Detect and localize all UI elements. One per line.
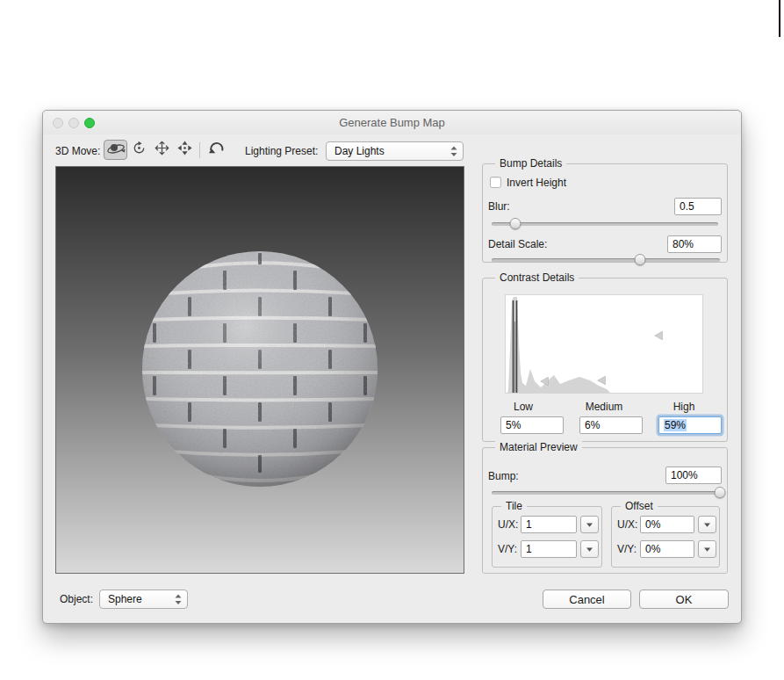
offset-ux-label: U/X:	[617, 518, 637, 531]
cancel-button[interactable]: Cancel	[543, 590, 631, 609]
detail-scale-slider-thumb[interactable]	[635, 254, 646, 265]
toolbar-divider	[199, 142, 200, 158]
detail-scale-slider-track	[492, 258, 720, 262]
detail-scale-value: 80%	[673, 238, 694, 250]
offset-group: Offset U/X: 0% V/Y: 0%	[611, 506, 720, 568]
invert-height-checkbox[interactable]	[490, 177, 501, 188]
histogram-marker-high[interactable]	[654, 331, 662, 340]
updown-arrows-icon	[450, 146, 457, 160]
bump-label: Bump:	[488, 470, 519, 482]
blur-slider-thumb[interactable]	[510, 218, 521, 229]
histogram-marker-low[interactable]	[540, 377, 548, 386]
invert-height-label: Invert Height	[507, 177, 566, 189]
bump-slider-track	[492, 491, 722, 495]
dialog-title: Generate Bump Map	[43, 116, 741, 129]
blur-value: 0.5	[680, 200, 694, 213]
offset-vy-field[interactable]: 0%	[640, 540, 694, 558]
tile-ux-field[interactable]: 1	[521, 516, 577, 533]
pan-tool-button[interactable]	[150, 140, 174, 160]
tile-ux-value: 1	[526, 518, 532, 531]
tile-vy-label: V/Y:	[498, 543, 517, 555]
bump-slider[interactable]	[492, 487, 722, 498]
tile-ux-preset-button[interactable]	[580, 516, 599, 533]
bump-details-legend: Bump Details	[495, 157, 566, 170]
generate-bump-map-dialog: Generate Bump Map 3D Move:	[42, 110, 742, 624]
slide-tool-button[interactable]	[173, 140, 197, 160]
move-mode-label: 3D Move:	[55, 145, 100, 157]
tile-vy-field[interactable]: 1	[521, 540, 577, 558]
offset-ux-preset-button[interactable]	[698, 516, 716, 533]
offset-vy-preset-button[interactable]	[698, 540, 716, 558]
high-label: High	[673, 401, 695, 413]
bump-slider-thumb[interactable]	[715, 487, 726, 498]
tile-group: Tile U/X: 1 V/Y: 1	[492, 506, 602, 568]
roll-tool-button[interactable]	[127, 140, 151, 160]
detail-scale-field[interactable]: 80%	[667, 235, 722, 253]
bump-value: 100%	[671, 469, 698, 481]
lighting-preset-label: Lighting Preset:	[245, 145, 318, 157]
offset-ux-value: 0%	[645, 518, 660, 531]
blur-field[interactable]: 0.5	[674, 198, 722, 215]
tile-vy-value: 1	[526, 543, 532, 555]
ok-button[interactable]: OK	[639, 590, 729, 609]
high-field[interactable]: 59%	[658, 416, 722, 434]
bump-field[interactable]: 100%	[665, 467, 722, 484]
slide-icon	[176, 140, 193, 160]
tile-legend: Tile	[501, 500, 527, 512]
updown-arrows-icon	[175, 594, 182, 608]
dropdown-arrow-icon	[704, 547, 710, 552]
dropdown-arrow-icon	[586, 523, 593, 527]
low-value: 5%	[506, 419, 521, 431]
preview-canvas[interactable]	[55, 166, 464, 574]
medium-label: Medium	[586, 401, 623, 413]
bump-sphere-preview	[56, 167, 464, 573]
detail-scale-slider[interactable]	[492, 254, 720, 265]
screen-edge-artifact	[779, 0, 780, 37]
object-dropdown[interactable]: Sphere	[99, 590, 188, 609]
blur-label: Blur:	[488, 200, 510, 213]
material-preview-group: Material Preview Bump: 100% Tile U/X: 1 …	[482, 447, 728, 574]
title-bar[interactable]: Generate Bump Map	[43, 111, 741, 134]
lighting-preset-value: Day Lights	[334, 145, 385, 157]
blur-slider-track	[492, 222, 718, 226]
screen: Generate Bump Map 3D Move:	[0, 0, 784, 680]
tile-ux-label: U/X:	[498, 518, 518, 531]
offset-legend: Offset	[621, 500, 658, 512]
reset-view-icon	[208, 140, 227, 160]
blur-slider[interactable]	[492, 218, 718, 229]
pan-icon	[154, 140, 170, 160]
contrast-details-group: Contrast Details Low Medium High 5% 6%	[482, 278, 728, 442]
bump-details-group: Bump Details Invert Height Blur: 0.5 Det…	[482, 163, 728, 263]
orbit-icon	[106, 141, 126, 160]
detail-scale-label: Detail Scale:	[488, 238, 547, 250]
reset-view-button[interactable]	[205, 140, 229, 160]
contrast-histogram[interactable]	[505, 294, 703, 394]
high-value: 59%	[664, 419, 687, 431]
offset-vy-label: V/Y:	[617, 543, 637, 555]
dropdown-arrow-icon	[704, 523, 710, 527]
object-label: Object:	[60, 593, 93, 605]
medium-value: 6%	[585, 419, 600, 431]
lighting-preset-dropdown[interactable]: Day Lights	[326, 141, 464, 161]
material-preview-legend: Material Preview	[495, 441, 582, 453]
histogram-marker-medium[interactable]	[598, 376, 606, 385]
medium-field[interactable]: 6%	[579, 416, 643, 434]
low-label: Low	[514, 401, 533, 413]
orbit-tool-button[interactable]	[104, 140, 127, 160]
offset-vy-value: 0%	[645, 543, 660, 555]
object-value: Sphere	[108, 593, 142, 605]
roll-icon	[131, 140, 147, 160]
contrast-details-legend: Contrast Details	[495, 271, 579, 284]
dropdown-arrow-icon	[586, 547, 593, 552]
low-field[interactable]: 5%	[500, 416, 564, 434]
tile-vy-preset-button[interactable]	[580, 540, 599, 558]
offset-ux-field[interactable]: 0%	[640, 516, 694, 533]
